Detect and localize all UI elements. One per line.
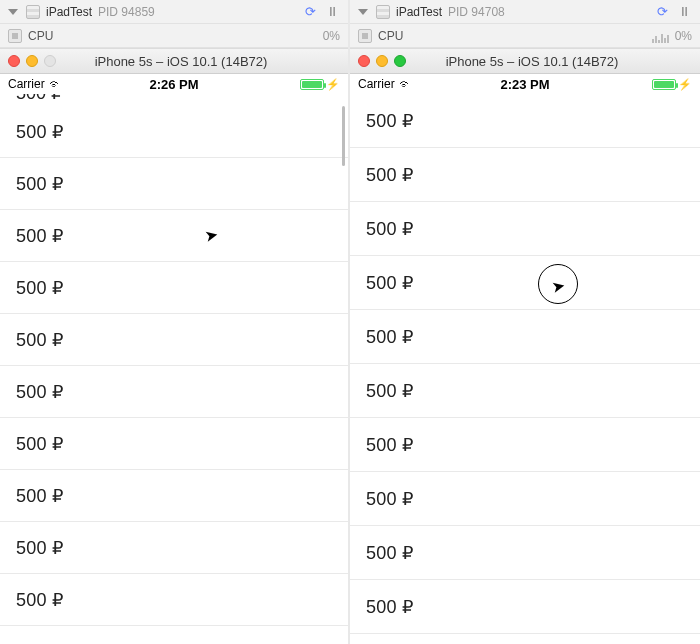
table-row[interactable]: 500 ₽ — [350, 202, 700, 256]
status-time: 2:23 PM — [500, 77, 549, 92]
wifi-icon: ᯤ — [399, 77, 413, 91]
list-item-label: 500 ₽ — [366, 434, 413, 456]
list-item-label: 500 ₽ — [16, 381, 63, 403]
list-item-label: 500 ₽ — [16, 225, 63, 247]
battery-icon — [300, 79, 324, 90]
scroll-indicator[interactable] — [342, 106, 345, 166]
table-row[interactable]: 500 ₽ — [350, 256, 700, 310]
list-item-label: 500 ₽ — [366, 380, 413, 402]
process-pid: PID 94708 — [448, 5, 505, 19]
table-row[interactable]: 500 ₽ — [350, 364, 700, 418]
wifi-icon: ᯤ — [49, 77, 63, 91]
list-item-label: 500 ₽ — [366, 110, 413, 132]
list-item-label: 500 ₽ — [0, 94, 348, 104]
simulator-title: iPhone 5s – iOS 10.1 (14B72) — [372, 54, 692, 69]
list-item-label: 500 ₽ — [366, 596, 413, 618]
table-row[interactable]: 500 ₽ — [0, 262, 348, 314]
pause-icon[interactable]: ⏸ — [324, 4, 340, 20]
table-row[interactable]: 500 ₽ — [0, 522, 348, 574]
list-item-label: 500 ₽ — [16, 277, 63, 299]
process-name: iPadTest — [46, 5, 92, 19]
status-time: 2:26 PM — [149, 77, 198, 92]
table-list[interactable]: 500 ₽ 500 ₽ 500 ₽ 500 ₽ 500 ₽ 500 ₽ 500 … — [350, 94, 700, 644]
table-row[interactable]: 500 ₽ — [0, 418, 348, 470]
list-item-label: 500 ₽ — [366, 326, 413, 348]
pane-left: iPadTest PID 94859 ⟳ ⏸ CPU 0% iPhone 5s … — [0, 0, 350, 644]
cpu-label: CPU — [378, 29, 403, 43]
ios-status-bar: Carrier ᯤ 2:26 PM ⚡ — [0, 74, 348, 94]
ios-status-bar: Carrier ᯤ 2:23 PM ⚡ — [350, 74, 700, 94]
table-list[interactable]: 500 ₽ 500 ₽ 500 ₽ 500 ₽ 500 ₽ 500 ₽ 500 … — [0, 106, 348, 644]
table-row[interactable]: 500 ₽ — [0, 574, 348, 626]
table-row[interactable]: 500 ₽ — [0, 106, 348, 158]
charging-bolt-icon: ⚡ — [326, 78, 340, 91]
traffic-light-close-icon[interactable] — [8, 55, 20, 67]
list-item-label: 500 ₽ — [16, 173, 63, 195]
table-row[interactable]: 500 ₽ — [350, 418, 700, 472]
list-item-label: 500 ₽ — [16, 433, 63, 455]
list-item-label: 500 ₽ — [16, 121, 63, 143]
disclosure-triangle-icon[interactable] — [358, 9, 368, 15]
simulator-titlebar: iPhone 5s – iOS 10.1 (14B72) — [0, 48, 348, 74]
cpu-icon — [8, 29, 22, 43]
table-row[interactable]: 500 ₽ — [350, 148, 700, 202]
list-item-label: 500 ₽ — [16, 329, 63, 351]
list-item-label: 500 ₽ — [16, 589, 63, 611]
table-row[interactable]: 500 ₽ — [0, 158, 348, 210]
cpu-label: CPU — [28, 29, 53, 43]
traffic-light-close-icon[interactable] — [358, 55, 370, 67]
pane-right: iPadTest PID 94708 ⟳ ⏸ CPU 0% iPhone 5s … — [350, 0, 700, 644]
simulator-title: iPhone 5s – iOS 10.1 (14B72) — [22, 54, 340, 69]
process-icon — [26, 5, 40, 19]
list-item-label: 500 ₽ — [366, 218, 413, 240]
table-row[interactable]: 500 ₽ — [350, 580, 700, 634]
list-item-label: 500 ₽ — [16, 485, 63, 507]
pause-icon[interactable]: ⏸ — [676, 4, 692, 20]
xcode-debug-bar: iPadTest PID 94859 ⟳ ⏸ CPU 0% — [0, 0, 348, 48]
list-item-label: 500 ₽ — [366, 488, 413, 510]
simulator-titlebar: iPhone 5s – iOS 10.1 (14B72) — [350, 48, 700, 74]
table-row[interactable]: 500 ₽ — [0, 366, 348, 418]
disclosure-triangle-icon[interactable] — [8, 9, 18, 15]
table-row[interactable]: 500 ₽ — [350, 634, 700, 644]
list-item-label: 500 ₽ — [16, 537, 63, 559]
table-row[interactable]: 500 ₽ — [350, 472, 700, 526]
table-row[interactable]: 500 ₽ — [0, 470, 348, 522]
process-icon — [376, 5, 390, 19]
process-pid: PID 94859 — [98, 5, 155, 19]
list-item-label: 500 ₽ — [366, 272, 413, 294]
partial-row-peek: 500 ₽ — [0, 94, 348, 106]
list-item-label: 500 ₽ — [366, 164, 413, 186]
refresh-icon[interactable]: ⟳ — [654, 4, 670, 20]
cpu-percent: 0% — [323, 29, 340, 43]
table-row[interactable]: 500 ₽ — [0, 314, 348, 366]
refresh-icon[interactable]: ⟳ — [302, 4, 318, 20]
xcode-debug-bar: iPadTest PID 94708 ⟳ ⏸ CPU 0% — [350, 0, 700, 48]
battery-icon — [652, 79, 676, 90]
list-item-label: 500 ₽ — [366, 542, 413, 564]
table-row[interactable]: 500 ₽ — [350, 526, 700, 580]
carrier-label: Carrier — [8, 77, 45, 91]
table-row[interactable]: 500 ₽ — [350, 94, 700, 148]
cpu-icon — [358, 29, 372, 43]
table-row[interactable]: 500 ₽ — [0, 210, 348, 262]
table-row[interactable]: 500 ₽ — [350, 310, 700, 364]
carrier-label: Carrier — [358, 77, 395, 91]
cpu-bars-icon — [652, 29, 669, 43]
process-name: iPadTest — [396, 5, 442, 19]
charging-bolt-icon: ⚡ — [678, 78, 692, 91]
cpu-percent: 0% — [675, 29, 692, 43]
